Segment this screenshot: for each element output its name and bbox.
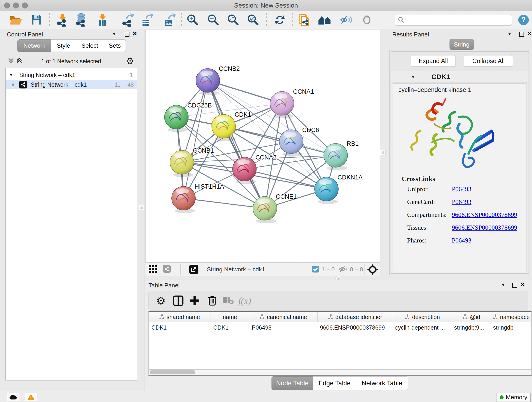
- hide-selected-button[interactable]: [339, 13, 354, 27]
- tab-sets[interactable]: Sets: [104, 39, 126, 52]
- panel-float-icon[interactable]: [125, 32, 129, 37]
- tab-node-table[interactable]: Node Table: [272, 376, 313, 390]
- left-splitter-handle[interactable]: [139, 205, 144, 211]
- tab-network[interactable]: Network: [17, 39, 51, 52]
- cell-shared-name: CDK1: [149, 324, 210, 331]
- network-row-selected[interactable]: String Network – cdk1 11 48: [6, 80, 137, 89]
- selected-checkbox[interactable]: [312, 265, 319, 274]
- import-table-button[interactable]: [95, 13, 110, 27]
- svg-text:CCNA1: CCNA1: [293, 88, 314, 95]
- zoom-in-icon: [187, 14, 199, 26]
- zoom-fit-icon: [227, 14, 239, 26]
- memory-button[interactable]: Memory: [496, 393, 531, 402]
- column-header-description[interactable]: description: [393, 312, 452, 322]
- panel-close-icon[interactable]: ✕: [527, 30, 532, 37]
- search-input[interactable]: [404, 15, 512, 25]
- table-panel-title: Table Panel: [148, 282, 180, 289]
- function-builder-icon[interactable]: f(x): [238, 294, 251, 307]
- right-splitter-handle[interactable]: [380, 150, 386, 155]
- table-options-gear-icon[interactable]: ⚙: [154, 294, 167, 307]
- crosslink-row: Pharos: P06493: [407, 237, 524, 247]
- column-header-canonical-name[interactable]: canonical name: [249, 312, 317, 322]
- toolbar-separator: [49, 13, 50, 26]
- crosslink-row: Tissues: 9606.ENSP00000378699: [407, 224, 524, 235]
- uniprot-link[interactable]: P06493: [452, 185, 472, 196]
- node-position-reset-icon[interactable]: [367, 264, 378, 276]
- pharos-link[interactable]: P06493: [452, 237, 472, 247]
- import-network-file-button[interactable]: [55, 13, 70, 27]
- table-tabs: Node Table Edge Table Network Table: [272, 376, 408, 390]
- network-options-gear-icon[interactable]: ⚙: [126, 56, 134, 66]
- save-session-button[interactable]: [29, 13, 44, 27]
- collapse-all-networks-icon[interactable]: [16, 57, 22, 65]
- network-collection-row[interactable]: ▼ String Network – cdk1 1: [6, 70, 137, 80]
- panel-collapse-icon[interactable]: ▾: [113, 31, 115, 37]
- export-table-button[interactable]: [139, 13, 155, 27]
- zoom-in-button[interactable]: [185, 13, 200, 27]
- birdseye-grid-icon[interactable]: [149, 265, 157, 274]
- clone-network-button[interactable]: [297, 13, 312, 27]
- collection-disclosure-icon[interactable]: ▼: [9, 72, 13, 77]
- delete-column-icon[interactable]: [206, 294, 219, 307]
- export-image-button[interactable]: [162, 13, 177, 27]
- open-file-button[interactable]: [8, 13, 23, 27]
- column-header-shared-name[interactable]: shared name: [149, 312, 211, 322]
- import-network-icon: [56, 13, 69, 27]
- column-header-id[interactable]: @id: [452, 312, 491, 322]
- export-network-button[interactable]: [121, 13, 136, 27]
- network-label: String Network – cdk1: [31, 81, 87, 88]
- horizontal-scrollbar[interactable]: [148, 370, 532, 376]
- section-disclosure-icon[interactable]: ▼: [411, 74, 415, 80]
- collapse-all-button[interactable]: Collapse All: [464, 55, 513, 67]
- node-result-header[interactable]: ▼ CDK1: [391, 71, 529, 83]
- tab-network-table[interactable]: Network Table: [356, 376, 408, 390]
- cloud-status-button[interactable]: [7, 393, 19, 402]
- compartments-link[interactable]: 9606.ENSP00000378699: [452, 211, 517, 222]
- column-header-database-identifier[interactable]: database identifier: [317, 312, 393, 322]
- network-view-title: String Network – cdk1: [207, 266, 265, 273]
- table-row[interactable]: CDK1 CDK1 P06493 9606.ENSP00000378699 cy…: [149, 322, 531, 333]
- panel-float-icon[interactable]: [519, 32, 524, 37]
- panel-close-icon[interactable]: ✕: [132, 30, 138, 37]
- help-button[interactable]: ?: [516, 13, 531, 27]
- panel-collapse-icon[interactable]: ▾: [502, 281, 505, 288]
- first-neighbors-button[interactable]: [317, 13, 332, 27]
- column-header-namespace[interactable]: namespace: [491, 312, 531, 322]
- network-graph[interactable]: CCNB2CCNA1CDC25BCDK1CDC6RB1CCNB1CCNA2HIS…: [146, 30, 380, 262]
- panel-float-icon[interactable]: [512, 283, 517, 288]
- import-network-database-button[interactable]: [74, 13, 89, 27]
- network-overview-icon[interactable]: [163, 265, 171, 273]
- crosslink-row: Compartments: 9606.ENSP00000378699: [407, 211, 524, 222]
- tab-select[interactable]: Select: [76, 39, 104, 52]
- column-header-name[interactable]: name: [211, 312, 249, 322]
- svg-text:CDK1: CDK1: [234, 111, 251, 118]
- panel-collapse-icon[interactable]: ▾: [508, 31, 511, 37]
- apply-style-refresh-button[interactable]: [272, 13, 287, 27]
- show-columns-icon[interactable]: [172, 294, 185, 307]
- tissues-link[interactable]: 9606.ENSP00000378699: [452, 224, 517, 235]
- expand-all-button[interactable]: Expand All: [411, 55, 456, 67]
- expand-all-networks-icon[interactable]: [8, 57, 14, 65]
- tab-string[interactable]: String: [450, 39, 474, 50]
- detach-view-icon[interactable]: [189, 264, 199, 275]
- cell-description: cyclin-dependent ...: [393, 324, 451, 331]
- tab-style[interactable]: Style: [51, 39, 76, 52]
- collection-count: 1: [130, 72, 133, 78]
- houses-icon: [318, 14, 331, 26]
- network-view-canvas[interactable]: CCNB2CCNA1CDC25BCDK1CDC6RB1CCNB1CCNA2HIS…: [146, 30, 380, 263]
- scrollbar-thumb[interactable]: [150, 370, 196, 374]
- zoom-selected-button[interactable]: [246, 13, 261, 27]
- delete-table-icon[interactable]: [222, 294, 235, 307]
- genecard-link[interactable]: P06493: [452, 198, 472, 209]
- zoom-fit-button[interactable]: [226, 13, 241, 27]
- show-all-button[interactable]: [359, 13, 374, 27]
- warnings-button[interactable]: [25, 393, 37, 402]
- add-column-icon[interactable]: [188, 294, 201, 307]
- hidden-eye-icon[interactable]: [338, 265, 348, 274]
- tab-edge-table[interactable]: Edge Table: [313, 376, 356, 390]
- svg-text:CDKN1A: CDKN1A: [337, 174, 363, 181]
- save-icon: [31, 14, 42, 26]
- panel-close-icon[interactable]: ✕: [520, 281, 525, 288]
- zoom-out-button[interactable]: [206, 13, 221, 27]
- node-result-content: cyclin–dependent kinase 1: [393, 83, 526, 272]
